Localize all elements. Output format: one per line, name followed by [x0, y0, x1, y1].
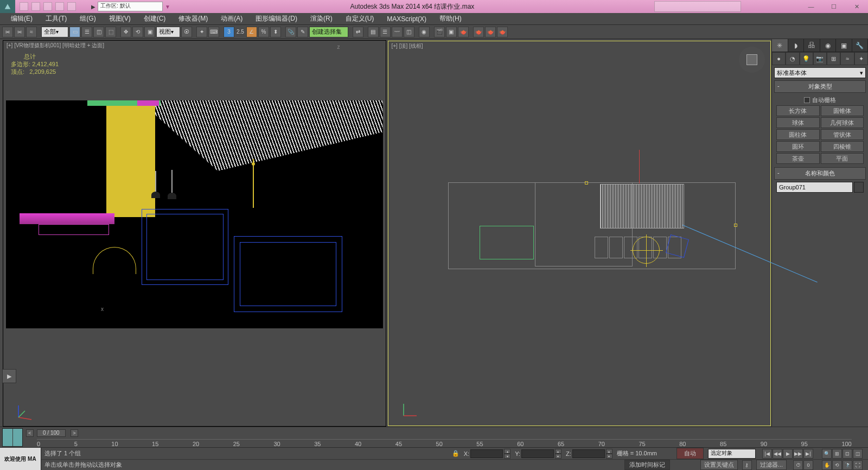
undo-icon[interactable]	[55, 2, 64, 11]
btn-plane[interactable]: 平面	[821, 153, 864, 164]
sub-systems-icon[interactable]: ✦	[854, 52, 868, 65]
fov-icon[interactable]: ◫	[853, 449, 863, 459]
frame-input-icon[interactable]: 0	[803, 460, 813, 470]
sub-spacewarps-icon[interactable]: ≈	[840, 52, 854, 65]
goto-start-icon[interactable]: |◀	[762, 449, 772, 459]
zoom-icon[interactable]: 🔍	[822, 449, 832, 459]
menu-customize[interactable]: 自定义(U)	[339, 14, 381, 23]
edit-named-sel-icon[interactable]: ✎	[297, 27, 308, 37]
btn-torus[interactable]: 圆环	[776, 141, 820, 152]
viewcube-icon[interactable]	[739, 47, 765, 73]
manipulate-icon[interactable]: ✦	[196, 27, 207, 37]
add-time-tag-button[interactable]: 添加时间标记	[624, 460, 670, 470]
autogrid-checkbox[interactable]: 自动栅格	[776, 95, 864, 105]
link-icon[interactable]: ⫘	[2, 27, 13, 37]
pan-icon[interactable]: ✋	[822, 460, 832, 470]
tab-hierarchy-icon[interactable]: 品	[804, 39, 820, 52]
app-logo-icon[interactable]	[0, 0, 15, 13]
spinner-snap-icon[interactable]: ⬍	[270, 27, 281, 37]
setkey-button[interactable]: 设置关键点	[700, 460, 738, 470]
menu-create[interactable]: 创建(C)	[137, 14, 173, 23]
autokey-button[interactable]: 自动	[676, 448, 704, 459]
viewport-top[interactable]: [+] [顶] [线框]	[388, 41, 771, 426]
sub-helpers-icon[interactable]: ⊞	[827, 52, 840, 65]
category-dropdown[interactable]: 标准基本体▾	[774, 67, 866, 78]
scale-icon[interactable]: ▣	[144, 27, 155, 37]
material-editor-icon[interactable]: ◉	[419, 27, 430, 37]
curve-editor-icon[interactable]: 〰	[392, 27, 403, 37]
render-iter-icon[interactable]: 🫖	[485, 27, 496, 37]
rotate-icon[interactable]: ⟲	[132, 27, 143, 37]
signin-icon[interactable]	[766, 2, 775, 11]
tab-create-icon[interactable]: ✳	[772, 39, 788, 52]
bind-spacewarp-icon[interactable]: ≈	[26, 27, 37, 37]
prev-frame-icon[interactable]: <	[26, 429, 34, 437]
named-selection-dropdown[interactable]: 创建选择集	[309, 27, 348, 37]
render-setup-icon[interactable]: 🎬	[434, 27, 445, 37]
render-icon[interactable]: 🫖	[458, 27, 469, 37]
menu-edit[interactable]: 编辑(E)	[4, 14, 39, 23]
open-icon[interactable]	[31, 2, 40, 11]
window-crossing-icon[interactable]: ⬚	[105, 27, 116, 37]
render-active-icon[interactable]: 🫖	[497, 27, 508, 37]
viewport-label[interactable]: [+] [VR物理摄影机001] [明暗处理 + 边面]	[7, 42, 104, 49]
move-icon[interactable]: ✥	[120, 27, 131, 37]
zoomall-icon[interactable]: ⊞	[832, 449, 842, 459]
lock-icon[interactable]: 🔒	[452, 450, 459, 457]
menu-render[interactable]: 渲染(R)	[304, 14, 339, 23]
btn-cone[interactable]: 圆锥体	[821, 105, 864, 116]
sub-lights-icon[interactable]: 💡	[800, 52, 813, 65]
redo-icon[interactable]	[67, 2, 76, 11]
snap-toggle-icon[interactable]: 3	[224, 27, 234, 37]
btn-tube[interactable]: 管状体	[821, 129, 864, 140]
ref-coord-dropdown[interactable]: 视图▾	[156, 27, 180, 37]
coord-x-input[interactable]	[470, 449, 503, 458]
maximize-viewport-icon[interactable]: ⛶	[853, 460, 863, 470]
play-icon[interactable]: ▶	[783, 449, 793, 459]
new-icon[interactable]	[20, 2, 28, 11]
selection-filter-dropdown[interactable]: 全部 ▾	[41, 27, 68, 37]
viewport-camera[interactable]: [+] [VR物理摄影机001] [明暗处理 + 边面] 总计 多边形: 2,4…	[3, 40, 386, 427]
key-filters-button[interactable]: 过滤器...	[756, 460, 787, 470]
angle-snap-icon[interactable]: ∠	[246, 27, 257, 37]
menu-grapheditors[interactable]: 图形编辑器(D)	[249, 14, 304, 23]
favorites-icon[interactable]	[777, 2, 786, 11]
coord-z-input[interactable]	[572, 449, 605, 458]
rollout-header[interactable]: -名称和颜色	[774, 167, 866, 180]
close-button[interactable]: ✕	[845, 0, 868, 13]
sub-geometry-icon[interactable]: ●	[772, 52, 786, 65]
tab-motion-icon[interactable]: ◉	[820, 39, 837, 52]
render-frame-icon[interactable]: ▣	[446, 27, 457, 37]
save-icon[interactable]	[43, 2, 52, 11]
orbit-icon[interactable]: ⟲	[832, 460, 842, 470]
menu-modifiers[interactable]: 修改器(M)	[172, 14, 214, 23]
sub-cameras-icon[interactable]: 📷	[813, 52, 827, 65]
minimize-button[interactable]: —	[800, 0, 822, 13]
coord-y-input[interactable]	[521, 449, 554, 458]
key-mode-icon[interactable]: ⚷	[742, 460, 752, 470]
selection-lock-icon[interactable]: 📎	[285, 27, 296, 37]
key-filter-dropdown[interactable]: 选定对象	[708, 449, 756, 459]
percent-snap-icon[interactable]: %	[258, 27, 269, 37]
layers-icon[interactable]: ☰	[380, 27, 391, 37]
time-slider[interactable]: < 0 / 100 > 0510152025303540455055606570…	[26, 429, 863, 446]
select-region-icon[interactable]: ◫	[93, 27, 104, 37]
time-config-icon[interactable]: ⏱	[793, 460, 803, 470]
menu-tools[interactable]: 工具(T)	[39, 14, 73, 23]
tab-display-icon[interactable]: ▣	[836, 39, 852, 52]
unlink-icon[interactable]: ⫘	[14, 27, 25, 37]
next-frame-icon[interactable]: >	[71, 429, 78, 437]
menu-animation[interactable]: 动画(A)	[214, 14, 249, 23]
menu-views[interactable]: 视图(V)	[103, 14, 137, 23]
btn-teapot[interactable]: 茶壶	[776, 153, 820, 164]
zoom-extents-icon[interactable]: ⊡	[843, 449, 852, 459]
btn-sphere[interactable]: 球体	[776, 117, 820, 128]
btn-cylinder[interactable]: 圆柱体	[776, 129, 820, 140]
pivot-icon[interactable]: ⦿	[181, 27, 192, 37]
search-icon[interactable]	[755, 2, 764, 11]
goto-end-icon[interactable]: ▶|	[803, 449, 813, 459]
menu-maxscript[interactable]: MAXScript(X)	[380, 15, 433, 23]
sub-shapes-icon[interactable]: ◔	[786, 52, 799, 65]
maximize-button[interactable]: ☐	[822, 0, 845, 13]
viewport-label[interactable]: [+] [顶] [线框]	[392, 42, 423, 50]
